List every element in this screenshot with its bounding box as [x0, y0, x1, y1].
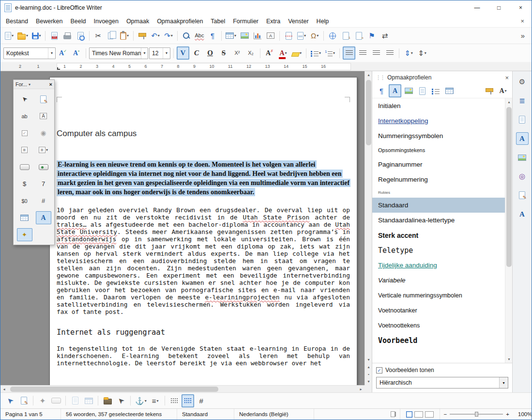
new-style-from-selection-button[interactable]: A▾ — [497, 84, 509, 97]
menu-venster[interactable]: Venster — [284, 16, 312, 26]
paste-button[interactable]: ▾ — [118, 29, 131, 42]
page-number-status[interactable]: Pagina 1 van 5 — [0, 409, 61, 420]
show-previews-row[interactable]: ✓ Voorbeelden tonen — [376, 367, 508, 373]
palette-titlebar[interactable]: For... ▾ × — [14, 80, 54, 89]
style-item-teletype[interactable]: Teletype — [372, 243, 512, 258]
scroll-right-button[interactable]: ▸ — [357, 386, 365, 392]
zoom-in-button[interactable]: + — [506, 411, 509, 417]
styles-tab[interactable]: A — [516, 132, 529, 145]
table-styles-button[interactable] — [443, 84, 456, 97]
find-replace-button[interactable] — [180, 29, 193, 42]
currency-field-button[interactable]: $0 — [17, 194, 32, 207]
menu-beeld[interactable]: Beeld — [66, 16, 90, 26]
styles-scroll-thumb[interactable] — [506, 107, 512, 267]
menu-tabel[interactable]: Tabel — [207, 16, 229, 26]
new-document-button[interactable]: ▾ — [3, 29, 15, 42]
insert-footnote-button[interactable]: ¹ — [339, 29, 352, 42]
insert-image-button[interactable] — [238, 29, 251, 42]
selected-paragraph[interactable]: E-learning is een nieuwe trend om kennis… — [57, 160, 350, 197]
print-button[interactable] — [61, 29, 74, 42]
palette-menu-arrow-icon[interactable]: ▾ — [29, 82, 30, 87]
menu-opmaakprofielen[interactable]: Opmaakprofielen — [153, 16, 207, 26]
export-pdf-button[interactable] — [48, 29, 61, 42]
style-item-verticale-nummeringssymbolen[interactable]: Verticale nummeringssymbolen — [372, 288, 512, 303]
strikethrough-button[interactable]: S — [217, 47, 230, 60]
minimize-button[interactable]: — — [466, 0, 488, 15]
combo-arrow-icon[interactable]: ▾ — [163, 48, 170, 59]
scroll-down-button[interactable]: ▾ — [365, 356, 372, 363]
select-button[interactable]: ➤ — [4, 394, 16, 407]
style-item-voetnoottekens[interactable]: Voetnoottekens — [372, 318, 512, 333]
numbered-list-button[interactable]: ▾ — [323, 47, 336, 60]
fill-format-button[interactable] — [483, 84, 496, 97]
book-view-button[interactable] — [425, 411, 434, 418]
menu-invoegen[interactable]: Invoegen — [90, 16, 122, 26]
language-status[interactable]: Nederlands (België) — [234, 409, 314, 420]
section-heading[interactable]: Internet als ruggengraat — [57, 328, 350, 337]
menu-extra[interactable]: Extra — [262, 16, 284, 26]
character-styles-button[interactable]: A — [389, 84, 401, 97]
list-styles-button[interactable] — [429, 84, 442, 97]
menu-formulier[interactable]: Formulier — [229, 16, 262, 26]
select-button[interactable]: ➤ — [17, 93, 32, 106]
image-button-button[interactable] — [36, 160, 51, 173]
menu-help[interactable]: Help — [313, 16, 333, 26]
undo-button[interactable]: ↶▾ — [149, 29, 162, 42]
insert-textbox-button[interactable]: A — [264, 29, 277, 42]
cross-reference-button[interactable]: ⇄ — [379, 29, 391, 42]
copy-button[interactable] — [105, 29, 118, 42]
display-grid-button[interactable] — [168, 394, 181, 407]
line-spacing-button[interactable]: ⇕▾ — [402, 47, 415, 60]
clone-formatting-button[interactable] — [136, 29, 149, 42]
insert-table-button[interactable]: ▾ — [224, 29, 238, 42]
check-box-button[interactable]: ✓ — [17, 126, 32, 140]
table-control-button[interactable] — [17, 211, 32, 224]
style-item-rubies[interactable]: Rubies — [372, 187, 512, 198]
paragraph-style-combo[interactable]: Koptekst ▾ — [3, 47, 56, 59]
paragraph-spacing-button[interactable]: ⇕▾ — [416, 47, 428, 60]
zoom-out-button[interactable]: − — [444, 411, 447, 417]
second-paragraph[interactable]: In tegenstelling tot in de Verenigde Sta… — [57, 345, 350, 367]
design-mode-button[interactable]: ✎ — [17, 394, 30, 407]
insert-endnote-button[interactable]: ⁿ — [352, 29, 365, 42]
highlight-color-button[interactable]: ▾ — [290, 47, 303, 60]
tab-stop-marker[interactable] — [57, 67, 60, 70]
sidebar-settings-button[interactable]: ⚙ — [516, 76, 529, 88]
vertical-scrollbar[interactable]: ▴ ▾ ▴ • ▾ — [365, 71, 372, 385]
combo-arrow-icon[interactable]: ▾ — [141, 48, 148, 59]
snap-to-grid-button[interactable] — [182, 394, 194, 407]
font-size-combo[interactable]: 12 ▾ — [149, 47, 170, 59]
scroll-up-button[interactable]: ▴ — [365, 71, 372, 78]
horizontal-ruler[interactable]: 2 1 1 2 3 4 5 6 7 8 9 10 11 12 13 14 15 … — [0, 62, 532, 71]
update-style-button[interactable]: A✓ — [57, 47, 69, 60]
styles-panel-close-button[interactable]: × — [505, 74, 509, 81]
new-style-button[interactable]: A+ — [70, 47, 83, 60]
word-count-status[interactable]: 56 woorden, 357 geselecteerde tekens — [61, 409, 177, 420]
menu-opmaak[interactable]: Opmaak — [122, 16, 153, 26]
numeric-field-button[interactable]: 7 — [36, 177, 51, 190]
automatic-control-focus-button[interactable]: ➤ — [115, 394, 127, 407]
label-field-button[interactable]: ab — [17, 109, 32, 123]
style-item-regelnummering[interactable]: Regelnummering — [372, 172, 512, 187]
control-properties-button[interactable] — [50, 394, 62, 407]
single-page-view-button[interactable] — [406, 411, 412, 418]
cut-button[interactable]: ✂ — [92, 29, 105, 42]
option-button-button[interactable]: ◉ — [36, 126, 51, 140]
styles-scroll-down-button[interactable]: ▾ — [505, 356, 512, 363]
bold-button[interactable]: V — [177, 47, 189, 60]
horizontal-scrollbar[interactable]: ◂ ▸ — [0, 385, 365, 392]
close-button[interactable]: × — [510, 0, 532, 15]
zoom-slider-thumb[interactable] — [475, 412, 478, 417]
zoom-slider[interactable] — [450, 414, 503, 415]
menu-bestand[interactable]: Bestand — [2, 16, 32, 26]
style-item-opsommingstekens[interactable]: Opsommingstekens — [372, 143, 512, 157]
style-item-voetnootanker[interactable]: Voetnootanker — [372, 303, 512, 318]
insert-bookmark-button[interactable]: ⚑ — [365, 29, 378, 42]
superscript-button[interactable]: X² — [231, 47, 243, 60]
control-wizards-button[interactable]: ✦ — [36, 394, 49, 407]
open-button[interactable]: ▾ — [16, 29, 30, 42]
font-name-combo[interactable]: Times New Roman ▾ — [89, 47, 148, 59]
helplines-button[interactable]: # — [195, 394, 208, 407]
text-box-button[interactable]: A — [36, 109, 51, 123]
character-a-button[interactable]: A — [36, 211, 51, 224]
